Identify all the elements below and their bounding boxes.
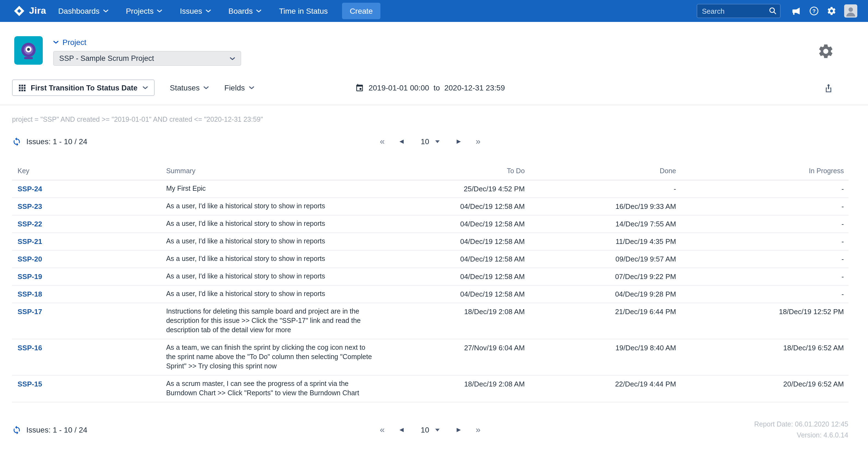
table-row: SSP-24 My First Epic 25/Dec/19 4:52 PM -…	[12, 180, 848, 198]
app-window: Jira Dashboards Projects Issues Boards T…	[0, 0, 868, 455]
create-button[interactable]: Create	[342, 3, 380, 19]
project-scope-dropdown[interactable]: Project	[53, 38, 241, 47]
pager-bottom: « ◀ 10 ▶ »	[380, 423, 481, 436]
refresh-icon[interactable]	[12, 137, 21, 146]
pager-next-button[interactable]: ▶	[457, 427, 461, 432]
toolbar-left: First Transition To Status Date Statuses…	[12, 80, 355, 96]
report-settings-gear-icon[interactable]	[817, 42, 834, 59]
issue-summary: As a user, I'd like a historical story t…	[166, 285, 380, 303]
issue-key-link[interactable]: SSP-18	[18, 290, 42, 298]
done-date: 07/Dec/19 9:22 PM	[529, 268, 681, 285]
column-header-key[interactable]: Key	[12, 163, 166, 180]
search-input[interactable]	[696, 4, 780, 18]
table-row: SSP-16 As a team, we can finish the spri…	[12, 339, 848, 375]
export-icon[interactable]	[824, 83, 833, 92]
issue-summary: As a user, I'd like a historical story t…	[166, 233, 380, 250]
pager-last-button[interactable]: »	[475, 425, 480, 434]
table-row: SSP-15 As a scrum master, I can see the …	[12, 375, 848, 402]
issue-summary: My First Epic	[166, 180, 380, 198]
nav-dashboards[interactable]: Dashboards	[49, 0, 117, 22]
refresh-icon[interactable]	[12, 425, 21, 434]
issue-key-link[interactable]: SSP-17	[18, 307, 42, 316]
report-toolbar: First Transition To Status Date Statuses…	[0, 71, 868, 105]
report-type-dropdown[interactable]: First Transition To Status Date	[12, 80, 155, 96]
issues-table-wrap: Key Summary To Do Done In Progress SSP-2…	[0, 148, 868, 402]
statuses-dropdown[interactable]: Statuses	[170, 83, 209, 92]
pager-prev-button[interactable]: ◀	[400, 139, 404, 144]
done-date: 19/Dec/19 8:40 AM	[529, 339, 681, 375]
todo-date: 04/Dec/19 12:58 AM	[380, 250, 529, 268]
todo-date: 04/Dec/19 12:58 AM	[380, 285, 529, 303]
page-size-value: 10	[421, 425, 429, 434]
project-scope-label: Project	[62, 38, 86, 47]
issue-key-link[interactable]: SSP-22	[18, 220, 42, 228]
jira-home-link[interactable]: Jira	[13, 5, 46, 17]
date-from-value: 2019-01-01 00:00	[369, 83, 429, 92]
in-progress-date: -	[681, 215, 848, 233]
help-icon[interactable]: ?	[809, 6, 819, 16]
nav-issues[interactable]: Issues	[171, 0, 220, 22]
pager-next-button[interactable]: ▶	[457, 139, 461, 144]
issue-key-link[interactable]: SSP-19	[18, 272, 42, 281]
fields-label: Fields	[224, 83, 245, 92]
search-icon[interactable]	[768, 7, 776, 15]
admin-gear-icon[interactable]	[826, 6, 836, 16]
issue-key-link[interactable]: SSP-21	[18, 237, 42, 246]
pager-prev-button[interactable]: ◀	[400, 427, 404, 432]
nav-projects[interactable]: Projects	[117, 0, 171, 22]
statuses-label: Statuses	[170, 83, 200, 92]
issue-key-link[interactable]: SSP-24	[18, 185, 42, 193]
chevron-down-icon	[249, 86, 254, 89]
issue-key-link[interactable]: SSP-20	[18, 255, 42, 263]
chevron-down-icon	[256, 9, 261, 12]
feedback-megaphone-icon[interactable]	[791, 6, 801, 16]
user-avatar-icon	[844, 4, 857, 18]
pager-last-button[interactable]: »	[475, 137, 480, 146]
nav-time-in-status[interactable]: Time in Status	[270, 0, 337, 22]
jql-query-text: project = "SSP" AND created >= "2019-01-…	[0, 105, 868, 123]
project-select[interactable]: SSP - Sample Scrum Project	[53, 51, 241, 66]
report-date-text: Report Date: 06.01.2020 12:45	[754, 419, 848, 430]
project-meta: Project SSP - Sample Scrum Project	[53, 36, 241, 66]
nav-projects-label: Projects	[126, 7, 153, 16]
project-header: Project SSP - Sample Scrum Project	[0, 22, 868, 71]
project-select-value: SSP - Sample Scrum Project	[59, 54, 154, 62]
issues-count-label: Issues: 1 - 10 / 24	[26, 137, 87, 146]
page-size-select[interactable]: 10	[418, 423, 442, 436]
report-meta: Report Date: 06.01.2020 12:45 Version: 4…	[754, 419, 848, 441]
in-progress-date: -	[681, 180, 848, 198]
column-header-done[interactable]: Done	[529, 163, 681, 180]
column-header-in-progress[interactable]: In Progress	[681, 163, 848, 180]
in-progress-date: -	[681, 268, 848, 285]
issue-key-link[interactable]: SSP-15	[18, 380, 42, 388]
caret-down-icon	[435, 140, 440, 143]
navbar-left: Jira Dashboards Projects Issues Boards T…	[13, 0, 380, 22]
issue-key-link[interactable]: SSP-23	[18, 202, 42, 211]
column-header-todo[interactable]: To Do	[380, 163, 529, 180]
nav-boards[interactable]: Boards	[220, 0, 270, 22]
issue-summary: As a user, I'd like a historical story t…	[166, 268, 380, 285]
pager-first-button[interactable]: «	[380, 137, 385, 146]
in-progress-date: -	[681, 198, 848, 215]
chevron-down-icon	[53, 40, 59, 44]
chevron-down-icon	[205, 9, 211, 12]
date-range-picker[interactable]: 2019-01-01 00:00 to 2020-12-31 23:59	[355, 83, 505, 92]
in-progress-date: -	[681, 285, 848, 303]
in-progress-date: 18/Dec/19 6:52 AM	[681, 339, 848, 375]
chevron-down-icon	[143, 86, 148, 89]
issue-summary: As a user, I'd like a historical story t…	[166, 215, 380, 233]
todo-date: 04/Dec/19 12:58 AM	[380, 198, 529, 215]
todo-date: 04/Dec/19 12:58 AM	[380, 215, 529, 233]
pager-first-button[interactable]: «	[380, 425, 385, 434]
todo-date: 25/Dec/19 4:52 PM	[380, 180, 529, 198]
issue-summary: As a scrum master, I can see the progres…	[166, 375, 380, 402]
issue-key-link[interactable]: SSP-16	[18, 344, 42, 352]
table-header-row: Key Summary To Do Done In Progress	[12, 163, 848, 180]
page-size-select[interactable]: 10	[418, 135, 442, 148]
done-date: 09/Dec/19 9:57 AM	[529, 250, 681, 268]
user-avatar[interactable]	[844, 4, 857, 18]
todo-date: 18/Dec/19 2:08 AM	[380, 375, 529, 402]
column-header-summary[interactable]: Summary	[166, 163, 380, 180]
fields-dropdown[interactable]: Fields	[224, 83, 254, 92]
done-date: 16/Dec/19 9:33 AM	[529, 198, 681, 215]
